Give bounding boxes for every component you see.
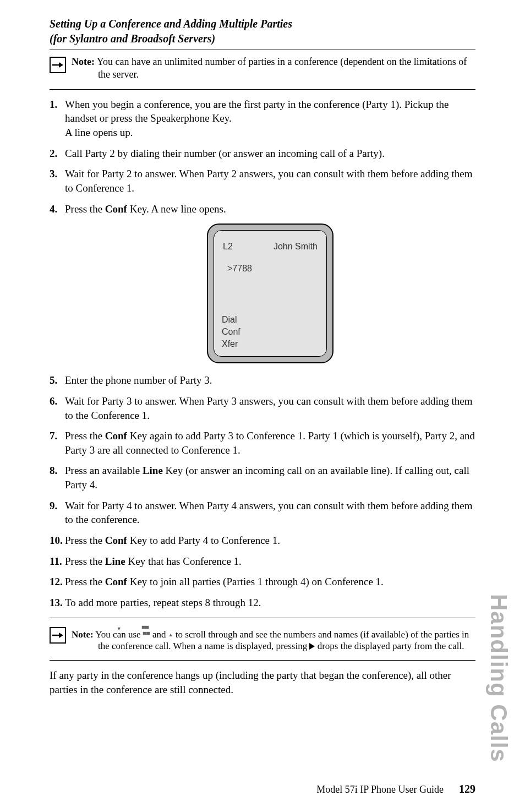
step-8: Press an available Line Key (or answer a… bbox=[50, 464, 475, 492]
scroll-up-icon: ▀▀▲ bbox=[168, 626, 173, 639]
arrow-icon bbox=[50, 627, 66, 644]
arrow-icon bbox=[50, 57, 66, 73]
step-key: Conf bbox=[105, 430, 127, 442]
note-label: Note: bbox=[72, 56, 95, 67]
step-key: Conf bbox=[105, 203, 127, 215]
step-key: Line bbox=[143, 465, 163, 476]
phone-caller-name: John Smith bbox=[274, 241, 318, 253]
step-2: Call Party 2 by dialing their number (or… bbox=[50, 146, 475, 161]
triangle-right-icon bbox=[309, 643, 315, 650]
svg-marker-3 bbox=[59, 633, 63, 638]
note-label: Note: bbox=[72, 629, 94, 639]
separator bbox=[50, 618, 475, 618]
step-key: Line bbox=[105, 555, 125, 567]
step-text-a: Press the bbox=[65, 535, 105, 546]
step-6: Wait for Party 3 to answer. When Party 3… bbox=[50, 394, 475, 422]
note-part2: and bbox=[150, 629, 168, 639]
step-text: Wait for Party 4 to answer. When Party 4… bbox=[65, 500, 473, 526]
step-text-a: Press an available bbox=[65, 465, 143, 476]
step-10: Press the Conf Key to add Party 4 to Con… bbox=[50, 533, 475, 548]
step-text-b: Key that has Conference 1. bbox=[125, 555, 242, 567]
step-key: Conf bbox=[105, 535, 127, 546]
step-9: Wait for Party 4 to answer. When Party 4… bbox=[50, 499, 475, 527]
phone-line-label: L2 bbox=[223, 241, 233, 253]
page-number: 129 bbox=[459, 783, 475, 795]
phone-softkeys: Dial Conf Xfer bbox=[222, 314, 240, 350]
note-text: Note: You can have an unlimited number o… bbox=[77, 56, 475, 81]
phone-softkey-conf: Conf bbox=[222, 326, 240, 338]
note-block-top: Note: You can have an unlimited number o… bbox=[50, 56, 475, 81]
step-text: Enter the phone number of Party 3. bbox=[65, 374, 212, 386]
note-part4: drops the displayed party from the call. bbox=[315, 641, 464, 651]
page-footer: Model 57i IP Phone User Guide 129 bbox=[316, 783, 475, 795]
step-text: Call Party 2 by dialing their number (or… bbox=[65, 148, 385, 159]
section-heading: Setting Up a Conference and Adding Multi… bbox=[50, 17, 475, 50]
footer-title: Model 57i IP Phone User Guide bbox=[316, 784, 444, 795]
phone-softkey-dial: Dial bbox=[222, 314, 240, 326]
note-body: You can have an unlimited number of part… bbox=[95, 56, 467, 80]
step-text-extra: A line opens up. bbox=[65, 127, 133, 138]
heading-line-2: (for Sylantro and Broadsoft Servers) bbox=[50, 32, 215, 45]
step-3: Wait for Party 2 to answer. When Party 2… bbox=[50, 167, 475, 195]
phone-dialed: >7788 bbox=[222, 263, 319, 275]
step-text-a: Press the bbox=[65, 203, 105, 215]
step-5: Enter the phone number of Party 3. bbox=[50, 373, 475, 388]
step-text: To add more parties, repeat steps 8 thro… bbox=[65, 597, 261, 608]
phone-outer: L2 John Smith >7788 Dial Conf Xfer bbox=[207, 224, 333, 363]
closing-paragraph: If any party in the conference hangs up … bbox=[50, 668, 475, 696]
note-text: Note: You can use ▼▀▀ and ▀▀▲ to scroll … bbox=[77, 626, 475, 653]
phone-row-top: L2 John Smith bbox=[222, 241, 319, 253]
step-1: When you begin a conference, you are the… bbox=[50, 97, 475, 140]
svg-marker-1 bbox=[59, 62, 63, 68]
step-12: Press the Conf Key to join all parties (… bbox=[50, 575, 475, 589]
step-7: Press the Conf Key again to add Party 3 … bbox=[50, 429, 475, 457]
step-text: Wait for Party 2 to answer. When Party 2… bbox=[65, 168, 473, 194]
step-text-b: Key to add Party 4 to Conference 1. bbox=[127, 535, 280, 546]
side-tab-label: Handling Calls bbox=[485, 594, 512, 762]
step-text-b: Key. A new line opens. bbox=[127, 203, 226, 215]
step-text-b: Key to join all parties (Parties 1 throu… bbox=[127, 576, 384, 587]
phone-display: L2 John Smith >7788 Dial Conf Xfer bbox=[207, 224, 333, 363]
step-text-a: Press the bbox=[65, 430, 105, 442]
step-text: Wait for Party 3 to answer. When Party 3… bbox=[65, 395, 473, 421]
step-11: Press the Line Key that has Conference 1… bbox=[50, 554, 475, 569]
phone-screen: L2 John Smith >7788 Dial Conf Xfer bbox=[214, 230, 327, 357]
phone-softkey-xfer: Xfer bbox=[222, 338, 240, 350]
step-key: Conf bbox=[105, 576, 127, 587]
instruction-list: When you begin a conference, you are the… bbox=[50, 97, 475, 610]
separator bbox=[50, 89, 475, 90]
step-text-a: Press the bbox=[65, 576, 105, 587]
step-text: When you begin a conference, you are the… bbox=[65, 99, 449, 124]
heading-line-1: Setting Up a Conference and Adding Multi… bbox=[50, 18, 292, 30]
separator bbox=[50, 660, 475, 661]
note-block-bottom: Note: You can use ▼▀▀ and ▀▀▲ to scroll … bbox=[50, 626, 475, 653]
step-text-a: Press the bbox=[65, 555, 105, 567]
step-4: Press the Conf Key. A new line opens. L2… bbox=[50, 202, 475, 364]
step-13: To add more parties, repeat steps 8 thro… bbox=[50, 596, 475, 610]
